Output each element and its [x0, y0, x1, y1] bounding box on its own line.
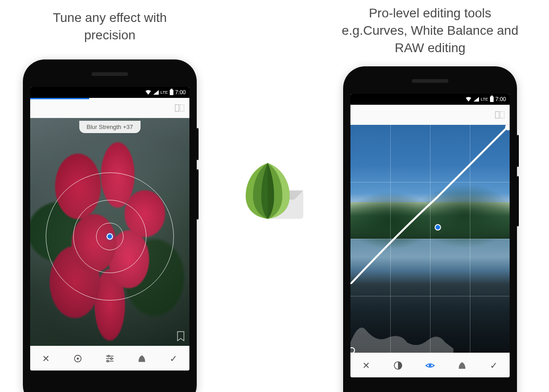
apply-button[interactable]: ✓: [165, 350, 182, 367]
phone-power-button: [197, 128, 199, 160]
svg-rect-1: [175, 104, 179, 111]
clock-label: 7:00: [175, 89, 186, 96]
svg-rect-12: [501, 111, 504, 118]
compare-icon[interactable]: [175, 104, 185, 112]
svg-point-6: [108, 355, 109, 357]
phone-earpiece: [92, 72, 128, 76]
promo-caption-right: Pro-level editing tools e.g.Curves, Whit…: [339, 5, 522, 56]
android-statusbar: LTE 7:00: [350, 94, 510, 105]
bookmark-icon[interactable]: [177, 331, 185, 341]
curve-line[interactable]: [350, 125, 510, 284]
edited-photo-flowers: [30, 118, 189, 346]
cell-signal-icon: [153, 90, 159, 95]
focus-shape-button[interactable]: [70, 350, 86, 367]
battery-icon: [490, 97, 494, 102]
phone-volume-button: [197, 169, 199, 220]
view-button[interactable]: [422, 357, 438, 374]
mask-button[interactable]: [454, 357, 470, 374]
svg-point-10: [107, 360, 109, 362]
editor-bottombar: ✕ ✓: [30, 346, 189, 371]
cancel-button[interactable]: ✕: [38, 350, 54, 367]
editor-topbar: [350, 105, 510, 125]
mask-button[interactable]: [134, 350, 150, 367]
phone-earpiece: [412, 79, 448, 83]
screen-right: LTE 7:00: [350, 94, 510, 377]
photo-canvas[interactable]: Blur Strength +37: [30, 118, 189, 346]
android-statusbar: LTE 7:00: [30, 87, 189, 98]
apply-button[interactable]: ✓: [485, 357, 502, 374]
editor-topbar: [30, 98, 189, 118]
slider-progress[interactable]: [30, 98, 89, 99]
wifi-icon: [145, 90, 151, 95]
promo-caption-left: Tune any effect with precision: [27, 9, 192, 44]
curve-point-mid[interactable]: [435, 224, 441, 231]
curve-point-highlights[interactable]: [505, 125, 510, 130]
svg-rect-11: [495, 111, 499, 118]
phone-volume-button: [517, 176, 519, 226]
svg-point-8: [111, 358, 113, 360]
photo-canvas[interactable]: [350, 125, 510, 353]
snapseed-leaf-icon: [240, 158, 309, 227]
phone-mockup-left: LTE 7:00 Blur Strength +37 ✕: [23, 59, 197, 392]
network-type-label: LTE: [161, 90, 168, 95]
cancel-button[interactable]: ✕: [358, 357, 375, 374]
adjust-sliders-button[interactable]: [102, 350, 118, 367]
phone-power-button: [517, 135, 519, 167]
screen-left: LTE 7:00 Blur Strength +37 ✕: [30, 87, 189, 371]
network-type-label: LTE: [481, 97, 488, 102]
cell-signal-icon: [474, 97, 479, 102]
channel-button[interactable]: [390, 357, 406, 374]
phone-mockup-right: LTE 7:00: [343, 66, 517, 392]
curves-overlay[interactable]: [350, 125, 510, 353]
clock-label: 7:00: [495, 96, 506, 102]
compare-icon[interactable]: [495, 111, 505, 119]
editor-bottombar: ✕ ✓: [350, 353, 510, 377]
svg-point-4: [77, 357, 79, 360]
svg-point-14: [429, 364, 431, 367]
svg-rect-2: [180, 104, 184, 111]
effect-value-chip: Blur Strength +37: [79, 121, 140, 133]
histogram-icon: [350, 311, 453, 353]
wifi-icon: [465, 97, 472, 102]
curve-point-shadows[interactable]: [350, 347, 355, 353]
battery-icon: [170, 90, 173, 95]
